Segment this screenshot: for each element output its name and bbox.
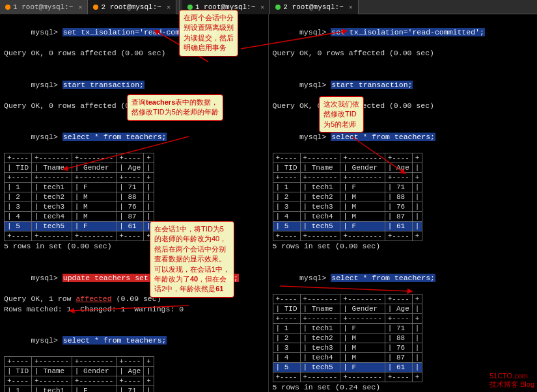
right-prompt-4: mysql> — [299, 274, 331, 282]
bubble-2: 查询teachers表中的数据，然修改TID为5的老师的年龄 — [127, 94, 223, 121]
right-select-1: mysql> select * from teachers; — [273, 122, 535, 153]
right-blank-2 — [273, 111, 535, 122]
left-prompt-3: mysql> — [31, 133, 62, 141]
left-affected: affected — [76, 294, 111, 303]
left-table-1: +----+-------+--------+----+ | TID| Tnam… — [4, 153, 154, 241]
right-prompt-3: mysql> — [299, 133, 331, 141]
watermark: 51CTO.com技术博客 Blog — [489, 372, 534, 389]
tab-2-dot — [93, 5, 98, 10]
right-prompt-2: mysql> — [299, 81, 331, 89]
right-select-cmd-2: select * from teachers; — [331, 274, 435, 282]
tab-1-close[interactable]: ✕ — [78, 3, 82, 11]
right-cmd-2: start transaction; — [331, 81, 413, 89]
right-line-1: mysql> set tx_isolation='read-committed'… — [273, 17, 535, 48]
right-table-2: +----+-------+--------+----+ | TID| Tnam… — [273, 294, 423, 382]
tab-2-label: 2 root@mysql:~ — [101, 3, 161, 11]
tab-1[interactable]: 1 root@mysql:~ ✕ — [0, 0, 88, 14]
left-prompt-2: mysql> — [31, 81, 62, 89]
tab-1-dot — [5, 5, 10, 10]
left-prompt-4: mysql> — [31, 274, 62, 282]
left-select-1: mysql> select * from teachers; — [4, 122, 266, 153]
right-ok-2: Query OK, 0 rows affected (0.00 sec) — [273, 101, 535, 111]
bubble-4: 在会话1中，将TID为5的老师的年龄改为40，然后在两个会话中分别查看数据的显示… — [150, 221, 234, 298]
left-blank-4 — [4, 315, 266, 325]
tab-3-close[interactable]: ✕ — [260, 3, 264, 11]
tab-4-close[interactable]: ✕ — [349, 3, 353, 11]
tab-1-label: 1 root@mysql:~ — [13, 3, 73, 11]
tab-4-label: 2 root@mysql:~ — [283, 3, 343, 11]
left-blank-1 — [4, 59, 266, 69]
bubble-1: 在两个会话中分别设置隔离级别为读提交，然后明确启用事务 — [179, 10, 238, 57]
main-content: mysql> set tx_isolation='read-committed'… — [0, 14, 537, 392]
right-line-2: mysql> start transaction; — [273, 69, 535, 100]
left-select-cmd-2: select * from teachers; — [62, 336, 167, 345]
tab-2[interactable]: 2 root@mysql:~ ✕ — [88, 0, 176, 14]
tab-3-dot — [187, 5, 193, 10]
left-select-cmd-1: select * from teachers; — [62, 133, 167, 141]
tab-2-close[interactable]: ✕ — [167, 3, 171, 11]
tab-bar: 1 root@mysql:~ ✕ 2 root@mysql:~ ✕ 1 root… — [0, 0, 537, 14]
tab-4-dot — [275, 5, 281, 10]
right-table-1: +----+-------+--------+----+ | TID| Tnam… — [273, 153, 423, 241]
right-ok-1: Query OK, 0 rows affected (0.00 sec) — [273, 48, 535, 59]
right-cmd-1: set tx_isolation='read-committed'; — [331, 28, 485, 36]
right-select-cmd-1: select * from teachers; — [331, 133, 435, 141]
left-select-2: mysql> select * from teachers; — [4, 325, 266, 356]
tab-4[interactable]: 2 root@mysql:~ ✕ — [270, 0, 358, 14]
left-rows-matched: Rows matched: 1 Changed: 1 Warnings: 0 — [4, 304, 266, 315]
left-panel: mysql> set tx_isolation='read-committed'… — [0, 14, 269, 392]
bubble-3: 这次我们依然修改TID为5的老师 — [319, 96, 364, 133]
left-table-2: +----+-------+--------+----+ | TID| Tnam… — [4, 356, 154, 392]
right-panel: mysql> set tx_isolation='read-committed'… — [269, 14, 538, 392]
left-prompt-5: mysql> — [31, 336, 62, 345]
right-blank-1 — [273, 59, 535, 69]
right-prompt-1: mysql> — [299, 28, 331, 36]
right-select-2: mysql> select * from teachers; — [273, 262, 535, 293]
right-rows-1: 5 rows in set (0.00 sec) — [273, 241, 535, 252]
left-prompt-1: mysql> — [31, 28, 62, 36]
left-cmd-2: start transaction; — [62, 81, 145, 89]
right-blank-3 — [273, 252, 535, 262]
